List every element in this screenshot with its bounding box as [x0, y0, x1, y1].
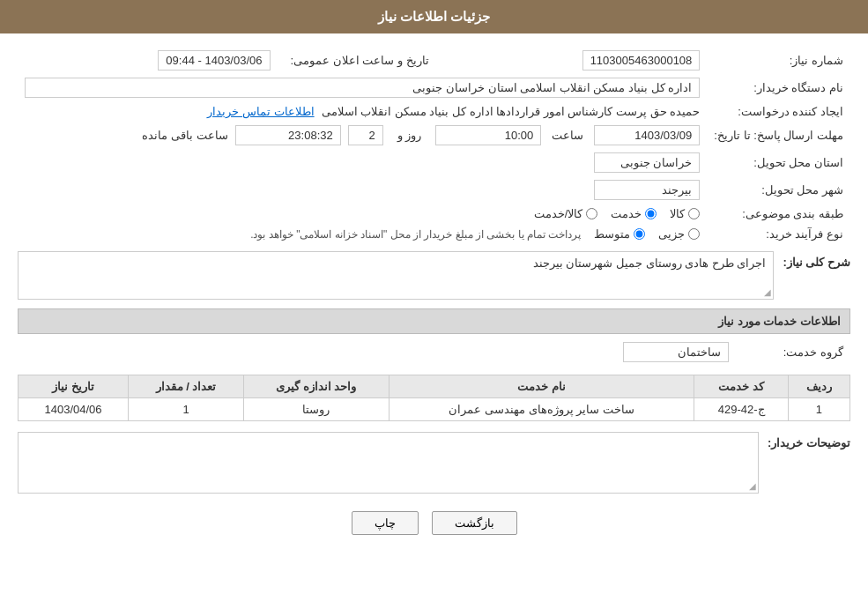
- purchase-type-radio-group: جزیی متوسط: [594, 227, 700, 241]
- services-section-header: اطلاعات خدمات مورد نیاز: [18, 308, 850, 334]
- purchase-motavaset-label: متوسط: [594, 227, 630, 241]
- col-date: تاریخ نیاز: [19, 375, 129, 398]
- purchase-type-label: نوع فرآیند خرید:: [707, 224, 850, 244]
- service-group-label: گروه خدمت:: [736, 338, 850, 366]
- province-label: استان محل تحویل:: [707, 149, 850, 176]
- deadline-time: 10:00: [435, 125, 541, 145]
- back-button[interactable]: بازگشت: [432, 511, 517, 535]
- purchase-type-note: پرداخت تمام یا بخشی از مبلغ خریدار از مح…: [250, 228, 581, 241]
- cell-date: 1403/04/06: [19, 398, 129, 421]
- category-khadamat[interactable]: خدمت: [611, 207, 657, 220]
- cell-code: ج-42-429: [694, 398, 788, 421]
- date-announce-value: 1403/03/06 - 09:44: [158, 50, 270, 71]
- page-title: جزئیات اطلاعات نیاز: [378, 9, 490, 24]
- days-label: روز و: [397, 129, 422, 142]
- print-button[interactable]: چاپ: [352, 511, 419, 535]
- resize-icon-2: ◢: [749, 481, 756, 491]
- description-label: شرح کلی نیاز:: [783, 251, 850, 269]
- city-label: شهر محل تحویل:: [707, 176, 850, 204]
- time-label: ساعت: [552, 129, 583, 142]
- timer-label: ساعت باقی مانده: [142, 129, 227, 142]
- creator-label: ایجاد کننده درخواست:: [707, 101, 850, 122]
- services-section-title: اطلاعات خدمات مورد نیاز: [718, 315, 841, 328]
- description-value: اجرای طرح هادی روستای جمیل شهرستان بیرجن…: [533, 256, 767, 270]
- buttons-row: بازگشت چاپ: [18, 511, 850, 535]
- city-value: بیرجند: [594, 180, 700, 200]
- col-quantity: تعداد / مقدار: [129, 375, 244, 398]
- cell-quantity: 1: [129, 398, 244, 421]
- col-row: ردیف: [788, 375, 849, 398]
- table-row: 1 ج-42-429 ساخت سایر پروژه‌های مهندسی عم…: [19, 398, 850, 421]
- col-unit: واحد اندازه گیری: [243, 375, 389, 398]
- resize-icon: ◢: [764, 287, 771, 297]
- services-table: ردیف کد خدمت نام خدمت واحد اندازه گیری ت…: [18, 375, 850, 421]
- cell-row: 1: [788, 398, 849, 421]
- deadline-days: 2: [348, 125, 383, 145]
- purchase-jozii-label: جزیی: [658, 227, 685, 241]
- purchase-motavaset[interactable]: متوسط: [594, 227, 645, 241]
- category-radio-group: کالا خدمت کالا/خدمت: [25, 207, 700, 220]
- category-kala-khadamat[interactable]: کالا/خدمت: [534, 207, 598, 220]
- deadline-label: مهلت ارسال پاسخ: تا تاریخ:: [707, 122, 850, 149]
- col-code: کد خدمت: [694, 375, 788, 398]
- category-khadamat-label: خدمت: [611, 207, 642, 220]
- need-number-value: 1103005463000108: [582, 50, 701, 71]
- buyer-org-value: اداره کل بنیاد مسکن انقلاب اسلامی استان …: [25, 78, 700, 98]
- category-kala[interactable]: کالا: [670, 207, 700, 220]
- category-label: طبقه بندی موضوعی:: [707, 204, 850, 224]
- col-name: نام خدمت: [389, 375, 694, 398]
- date-announce-label: تاریخ و ساعت اعلان عمومی:: [278, 47, 436, 74]
- category-kala-label: کالا: [670, 207, 685, 220]
- deadline-time-remaining: 23:08:32: [235, 125, 341, 145]
- page-header: جزئیات اطلاعات نیاز: [0, 0, 868, 33]
- province-value: خراسان جنوبی: [594, 152, 700, 173]
- buyer-notes-label: توضیحات خریدار:: [768, 432, 850, 449]
- deadline-date: 1403/03/09: [594, 125, 700, 145]
- purchase-jozii[interactable]: جزیی: [658, 227, 700, 241]
- category-kala-khadamat-label: کالا/خدمت: [534, 207, 583, 220]
- need-number-label: شماره نیاز:: [707, 47, 850, 74]
- service-group-value: ساختمان: [623, 342, 729, 362]
- creator-value: حمیده حق پرست کارشناس امور قراردادها ادا…: [322, 105, 701, 118]
- cell-unit: روستا: [243, 398, 389, 421]
- creator-link[interactable]: اطلاعات تماس خریدار: [207, 105, 314, 118]
- cell-name: ساخت سایر پروژه‌های مهندسی عمران: [389, 398, 694, 421]
- buyer-org-label: نام دستگاه خریدار:: [707, 74, 850, 101]
